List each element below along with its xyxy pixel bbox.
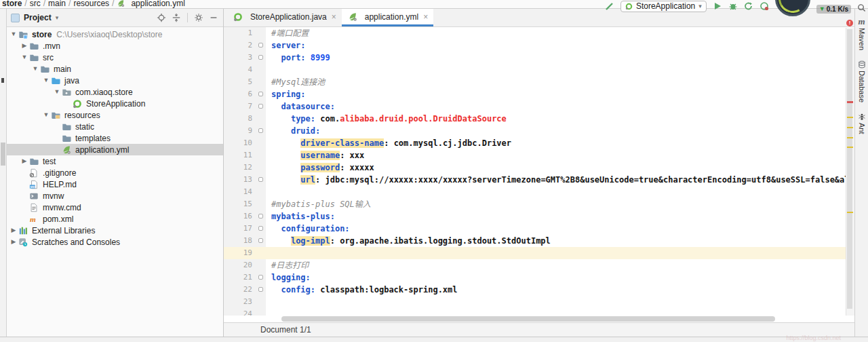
fold-marker[interactable] [258,128,263,133]
stripe-mark-warn[interactable] [847,212,853,213]
tree-item-com-xiaoq-store[interactable]: ▼com.xiaoq.store [7,86,223,98]
fold-marker[interactable] [258,275,263,280]
editor-line-2[interactable]: 2server: [224,39,854,52]
tree-item-java[interactable]: ▼java [7,75,223,86]
chevron-right-icon[interactable]: ▶ [20,40,28,52]
profiler-button[interactable] [760,1,769,11]
editor-line-17[interactable]: 17 configuration: [224,223,854,235]
tree-item-external-libraries[interactable]: ▶External Libraries [7,225,223,236]
breadcrumb-item-store[interactable]: store [2,0,22,8]
tool-button-maven[interactable]: mMaven [857,17,866,50]
editor-line-3[interactable]: 3 port: 8999 [224,52,854,64]
hide-panel-icon[interactable] [208,12,219,23]
tree-item-mvnw-cmd[interactable]: mvnw.cmd [7,202,223,213]
tree-item-resources[interactable]: ▼resources [7,109,223,121]
tree-item-scratches-and-consoles[interactable]: ▶Scratches and Consoles [7,236,223,248]
editor-line-7[interactable]: 7 datasource: [224,100,854,113]
tree-item-help-md[interactable]: MDHELP.md [7,178,223,190]
chevron-down-icon[interactable]: ▼ [53,86,61,98]
tree-item-mvn[interactable]: ▶.mvn [7,40,223,52]
stripe-mark-warn[interactable] [847,127,853,128]
chevron-right-icon[interactable]: ▶ [9,236,18,248]
editor-line-13[interactable]: 13 url: jdbc:mysql://xxxxx:xxxx/xxxxx?se… [224,174,854,186]
editor-line-12[interactable]: 12 password: xxxxx [224,162,854,174]
editor-line-10[interactable]: 10 driver-class-name: com.mysql.cj.jdbc.… [224,137,854,149]
breadcrumb-item-src[interactable]: src [30,0,41,8]
fold-marker[interactable] [258,55,263,60]
horizontal-scrollbar-thumb[interactable] [281,316,775,322]
chevron-down-icon[interactable]: ▼ [42,109,50,121]
editor-line-8[interactable]: 8 type: com.alibaba.druid.pool.DruidData… [224,113,854,125]
breadcrumb-item-application-yml[interactable]: application.yml [131,0,184,8]
run-configuration-select[interactable]: StoreApplication ▾ [620,1,707,12]
horizontal-scrollbar[interactable] [224,316,854,322]
fold-marker[interactable] [258,43,263,48]
fold-marker[interactable] [258,214,263,218]
editor-line-22[interactable]: 22 config: classpath:logback-spring.xml [224,284,854,296]
left-toolwindow-bar[interactable] [0,9,7,337]
tool-button-database[interactable]: Database [857,60,866,102]
editor-line-20[interactable]: 20#日志打印 [224,259,854,271]
chevron-down-icon[interactable]: ▼ [20,52,28,63]
chevron-right-icon[interactable]: ▶ [9,225,18,236]
editor-line-16[interactable]: 16mybatis-plus: [224,210,854,223]
project-panel-title[interactable]: Project [24,13,52,22]
collapse-all-icon[interactable] [171,12,182,23]
editor-line-23[interactable]: 23 [224,296,854,308]
error-stripe-scrollbar[interactable] [846,28,854,316]
locate-file-icon[interactable] [156,12,167,23]
chevron-down-icon[interactable]: ▼ [31,63,39,75]
fold-marker[interactable] [258,226,263,231]
search-everywhere-icon[interactable] [857,3,867,13]
editor[interactable]: 1#端口配置2server:3 port: 899945#Mysql连接池6sp… [224,27,854,316]
stripe-mark-warn[interactable] [847,147,853,148]
editor-line-18[interactable]: 18 log-impl: org.apache.ibatis.logging.s… [224,235,854,247]
editor-line-5[interactable]: 5#Mysql连接池 [224,76,854,88]
fold-marker[interactable] [258,287,263,292]
editor-line-14[interactable]: 14 [224,186,854,198]
stripe-mark-warn[interactable] [847,117,853,118]
debug-button[interactable] [728,1,738,11]
breadcrumb-item-resources[interactable]: resources [73,0,109,8]
close-icon[interactable]: × [423,12,428,22]
tree-item-storeapplication[interactable]: StoreApplication [7,98,223,109]
editor-line-9[interactable]: 9 druid: [224,125,854,137]
fold-marker[interactable] [258,177,263,182]
fold-marker[interactable] [258,104,263,109]
tree-item-gitignore[interactable]: .gitignore [7,167,223,178]
stripe-mark-error[interactable] [847,101,853,103]
fold-marker[interactable] [258,238,263,243]
editor-line-21[interactable]: 21logging: [224,271,854,284]
editor-line-24[interactable]: 24 [224,308,854,316]
tree-item-templates[interactable]: templates [7,132,223,144]
tree-item-mvnw[interactable]: mvnw [7,190,223,202]
tree-item-store[interactable]: ▼storeC:\Users\xiaoq\Desktop\store [7,28,223,40]
editor-line-6[interactable]: 6spring: [224,88,854,100]
editor-line-4[interactable]: 4 [224,64,854,76]
tab-application-yml[interactable]: application.yml× [342,9,433,26]
editor-line-11[interactable]: 11 username: xxx [224,149,854,162]
build-hammer-icon[interactable] [605,1,614,11]
editor-line-19[interactable]: 19 [224,247,854,259]
breadcrumb-item-main[interactable]: main [48,0,66,8]
chevron-down-icon[interactable]: ▼ [9,28,18,40]
error-count-badge[interactable]: ! [846,20,853,26]
tree-item-application-yml[interactable]: application.yml [7,144,223,155]
stripe-mark-warn[interactable] [847,137,853,138]
tree-item-test[interactable]: ▶test [7,155,223,167]
fold-marker[interactable] [258,92,263,96]
editor-line-15[interactable]: 15#mybatis-plus SQL输入 [224,198,854,210]
tree-item-main[interactable]: ▼main [7,63,223,75]
coverage-button[interactable] [744,1,753,11]
editor-line-1[interactable]: 1#端口配置 [224,27,854,39]
chevron-down-icon[interactable]: ▼ [42,75,50,86]
gear-icon[interactable] [193,12,204,23]
tree-item-pom-xml[interactable]: mpom.xml [7,213,223,225]
tab-storeapplication-java[interactable]: StoreApplication.java× [227,9,342,26]
vertical-scrollbar-thumb[interactable] [847,29,852,309]
chevron-down-icon[interactable]: ▾ [56,14,59,21]
close-icon[interactable]: × [332,12,336,22]
chevron-right-icon[interactable]: ▶ [20,155,28,167]
tree-item-src[interactable]: ▼src [7,52,223,63]
tree-item-static[interactable]: static [7,121,223,132]
